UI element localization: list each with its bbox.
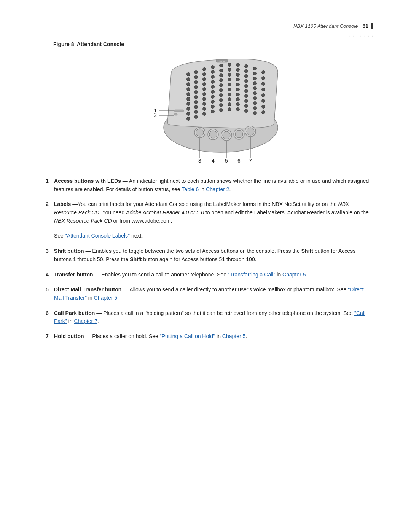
- svg-point-30: [203, 112, 206, 116]
- item2-bold: Labels: [54, 201, 71, 207]
- svg-point-40: [211, 110, 215, 113]
- svg-point-16: [194, 96, 198, 99]
- svg-point-53: [228, 73, 231, 77]
- item2-italic2: Adobe Acrobat Reader 4.0 or 5.0: [126, 209, 204, 216]
- svg-point-85: [253, 87, 257, 90]
- svg-point-88: [253, 102, 257, 105]
- svg-point-54: [228, 78, 231, 81]
- svg-point-2: [187, 78, 190, 81]
- table6-link[interactable]: Table 6: [182, 186, 199, 192]
- svg-point-71: [245, 65, 248, 68]
- svg-point-5: [187, 93, 190, 96]
- transferring-call-link[interactable]: "Transferring a Call": [228, 272, 276, 278]
- attendant-console-labels-link[interactable]: "Attendant Console Labels": [65, 233, 130, 239]
- svg-point-84: [253, 82, 257, 85]
- svg-point-94: [262, 88, 265, 91]
- svg-point-20: [194, 115, 198, 119]
- item6-bold: Call Park button: [54, 310, 95, 316]
- chapter5-link-5[interactable]: Chapter 5: [94, 295, 117, 301]
- svg-point-28: [203, 102, 206, 106]
- svg-point-23: [203, 78, 206, 81]
- item7-bold: Hold button: [54, 333, 84, 339]
- svg-point-10: [187, 117, 190, 121]
- figure-caption: Figure 8 Attendant Console: [53, 41, 373, 47]
- svg-point-13: [194, 81, 198, 84]
- svg-point-47: [220, 94, 223, 97]
- svg-point-106: [209, 131, 217, 138]
- svg-point-55: [228, 83, 231, 86]
- list-item-2: 2 Labels —You can print labels for your …: [46, 200, 373, 225]
- svg-point-78: [245, 99, 248, 103]
- svg-point-73: [245, 75, 248, 78]
- svg-point-92: [262, 77, 265, 80]
- item4-bold: Transfer button: [54, 272, 93, 278]
- list-item-4: 4 Transfer button — Enables you to send …: [46, 271, 373, 279]
- content-list-2: 3 Shift button — Enables you to toggle b…: [46, 247, 373, 341]
- content-list: 1 Access buttons with LEDs — An indicato…: [46, 177, 373, 225]
- chapter2-link[interactable]: Chapter 2: [206, 186, 229, 192]
- svg-point-72: [245, 70, 248, 73]
- svg-point-52: [228, 68, 231, 72]
- svg-point-90: [253, 112, 257, 115]
- svg-point-6: [187, 97, 190, 101]
- page: NBX 1105 Attendant Console 81 · · · · · …: [0, 0, 411, 532]
- figure-label: Figure 8: [53, 41, 77, 47]
- svg-point-24: [203, 83, 206, 86]
- item-number-5: 5: [46, 286, 54, 294]
- svg-point-104: [196, 129, 204, 136]
- svg-point-93: [262, 82, 265, 86]
- svg-text:3COM: 3COM: [219, 60, 225, 62]
- item3-bold: Shift button: [54, 248, 84, 254]
- svg-point-1: [187, 73, 190, 76]
- svg-point-44: [220, 79, 223, 82]
- svg-point-68: [236, 98, 240, 101]
- call-park-link[interactable]: "Call Park": [54, 310, 365, 324]
- list-item-5: 5 Direct Mail Transfer button — Allows y…: [46, 286, 373, 302]
- item-number-6: 6: [46, 309, 54, 318]
- svg-point-22: [203, 73, 206, 76]
- item-content-4: Transfer button — Enables you to send a …: [54, 271, 373, 279]
- page-header: NBX 1105 Attendant Console 81: [46, 23, 373, 29]
- item1-bold: Access buttons with LEDs: [54, 178, 121, 184]
- chapter7-link[interactable]: Chapter 7: [74, 318, 97, 324]
- list-item-6: 6 Call Park button — Places a call in a …: [46, 309, 373, 326]
- svg-point-21: [203, 68, 206, 71]
- svg-text:2: 2: [154, 112, 157, 118]
- svg-point-32: [211, 70, 215, 74]
- see-line: See "Attendant Console Labels" next.: [54, 232, 373, 240]
- svg-point-96: [262, 99, 265, 103]
- chapter5-link-4[interactable]: Chapter 5: [282, 272, 306, 278]
- svg-point-9: [187, 112, 190, 116]
- svg-point-112: [247, 128, 254, 135]
- svg-point-70: [236, 108, 240, 111]
- svg-point-110: [235, 130, 243, 138]
- list-item-3: 3 Shift button — Enables you to toggle b…: [46, 247, 373, 264]
- item-number-2: 2: [46, 200, 54, 209]
- svg-point-60: [228, 108, 231, 111]
- page-number: 81: [362, 23, 368, 29]
- svg-point-59: [228, 103, 231, 106]
- svg-point-49: [220, 104, 223, 107]
- svg-point-3: [187, 83, 190, 86]
- svg-point-82: [253, 72, 257, 75]
- svg-point-38: [211, 100, 215, 104]
- svg-point-63: [236, 73, 240, 77]
- svg-rect-101: [174, 110, 184, 112]
- svg-point-98: [262, 111, 265, 114]
- svg-point-45: [220, 84, 223, 87]
- svg-point-36: [211, 90, 215, 94]
- svg-point-15: [194, 91, 198, 94]
- svg-point-43: [220, 74, 223, 77]
- svg-point-4: [187, 88, 190, 91]
- svg-point-64: [236, 78, 240, 81]
- svg-point-58: [228, 98, 231, 101]
- chapter5-link-7[interactable]: Chapter 5: [222, 333, 245, 339]
- svg-point-79: [245, 104, 248, 108]
- svg-point-29: [203, 107, 206, 111]
- hold-link[interactable]: "Putting a Call on Hold": [160, 333, 215, 339]
- figure-caption-text: Attendant Console: [77, 41, 124, 47]
- figure-container: 3COM: [46, 53, 373, 165]
- svg-point-69: [236, 103, 240, 106]
- svg-rect-102: [174, 113, 177, 115]
- dots-decoration: · · · · · · ·: [349, 34, 374, 38]
